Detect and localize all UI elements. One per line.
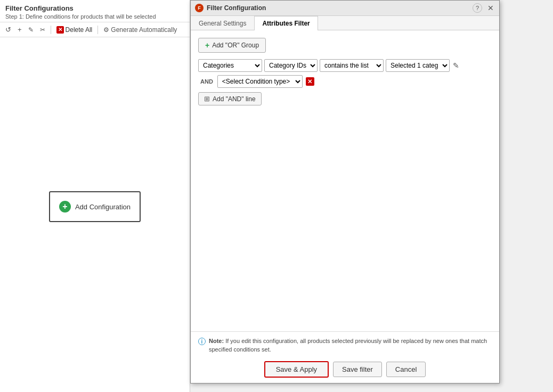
delete-all-button[interactable]: ✕ Delete All [54, 25, 95, 35]
add-icon: + [18, 26, 22, 34]
red-x-icon: ✕ [56, 26, 64, 34]
tab-attributes-filter[interactable]: Attributes Filter [254, 16, 318, 30]
dialog-body: + Add "OR" Group Categories Category IDs… [191, 30, 499, 331]
and-line-icon: ⊞ [204, 95, 210, 103]
dialog-title: Filter Configuration [207, 4, 266, 12]
close-button[interactable]: ✕ [486, 4, 495, 12]
value-select[interactable]: Selected 1 catego ... [386, 59, 450, 72]
cut-icon: ✂ [40, 26, 45, 34]
dialog-filter-icon: F [195, 4, 204, 12]
add-configuration-box[interactable]: + Add Configuration [49, 191, 141, 222]
save-apply-button[interactable]: Save & Apply [264, 361, 329, 378]
add-config-plus-icon: + [59, 201, 71, 213]
generate-label: Generate Automatically [111, 26, 177, 34]
left-content: + Add Configuration [0, 37, 190, 376]
add-button[interactable]: + [15, 24, 24, 35]
condition-type-select[interactable]: <Select Condition type> [217, 75, 303, 88]
note-row: i Note: If you edit this configuration, … [198, 337, 492, 354]
filter-condition-row: Categories Category IDs contains the lis… [198, 59, 492, 72]
and-badge: AND [200, 78, 213, 85]
remove-x-icon: ✕ [307, 78, 312, 85]
panel-subtitle: Step 1: Define conditions for products t… [5, 13, 184, 20]
note-content: If you edit this configuration, all prod… [209, 338, 487, 352]
filter-configuration-dialog: F Filter Configuration ? ✕ General Setti… [190, 0, 500, 383]
undo-icon: ↺ [5, 26, 11, 34]
dialog-controls: ? ✕ [473, 3, 495, 13]
and-condition-row: AND <Select Condition type> ✕ [198, 75, 492, 88]
contains-select[interactable]: contains the list [320, 59, 384, 72]
toolbar-separator [51, 26, 51, 34]
cut-button[interactable]: ✂ [38, 25, 47, 35]
add-or-group-label: Add "OR" Group [212, 42, 259, 49]
or-group-plus-icon: + [205, 41, 209, 50]
edit-filter-button[interactable]: ✎ [452, 61, 460, 70]
cancel-button[interactable]: Cancel [386, 362, 426, 377]
add-or-group-button[interactable]: + Add "OR" Group [198, 38, 266, 53]
remove-condition-button[interactable]: ✕ [306, 77, 314, 86]
help-button[interactable]: ? [473, 3, 482, 13]
note-text: Note: If you edit this configuration, al… [209, 337, 492, 354]
left-panel: Filter Configurations Step 1: Define con… [0, 0, 190, 392]
note-prefix: Note: [209, 338, 224, 344]
add-and-line-label: Add "AND" line [213, 95, 256, 103]
save-filter-button[interactable]: Save filter [333, 362, 382, 377]
generate-icon: ⚙ [103, 26, 109, 34]
info-icon: i [198, 338, 206, 345]
footer-buttons: Save & Apply Save filter Cancel [198, 361, 492, 378]
dialog-footer: i Note: If you edit this configuration, … [191, 331, 499, 383]
dialog-titlebar: F Filter Configuration ? ✕ [191, 1, 499, 16]
pencil-edit-icon: ✎ [453, 61, 459, 70]
panel-header: Filter Configurations Step 1: Define con… [0, 0, 190, 22]
tabs-bar: General Settings Attributes Filter [191, 16, 499, 30]
delete-all-label: Delete All [66, 26, 93, 34]
category-ids-select[interactable]: Category IDs [264, 59, 318, 72]
pencil-icon: ✎ [28, 26, 34, 34]
generate-button[interactable]: ⚙ Generate Automatically [101, 25, 179, 35]
add-and-line-button[interactable]: ⊞ Add "AND" line [198, 92, 262, 105]
dialog-title-area: F Filter Configuration [195, 4, 266, 12]
toolbar-separator-2 [97, 26, 98, 34]
add-config-label: Add Configuration [75, 203, 131, 211]
tab-general-settings[interactable]: General Settings [191, 16, 254, 30]
undo-button[interactable]: ↺ [3, 24, 13, 35]
panel-title: Filter Configurations [5, 4, 184, 12]
toolbar: ↺ + ✎ ✂ ✕ Delete All ⚙ Generate Automati… [0, 22, 190, 37]
category-select[interactable]: Categories [198, 59, 262, 72]
edit-button[interactable]: ✎ [26, 25, 36, 35]
